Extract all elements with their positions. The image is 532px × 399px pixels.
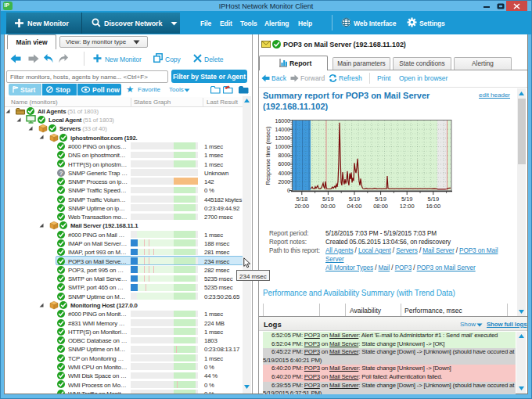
- svg-text:12:00: 12:00: [400, 203, 415, 210]
- svg-text:5/19: 5/19: [349, 196, 361, 203]
- svg-text:2000: 2000: [278, 179, 290, 185]
- svg-text:5/18: 5/18: [296, 196, 307, 203]
- svg-text:6000: 6000: [278, 161, 290, 167]
- svg-text:16000: 16000: [275, 118, 291, 124]
- svg-text:5/19: 5/19: [375, 196, 386, 203]
- svg-text:5/19: 5/19: [401, 196, 413, 203]
- svg-text:Response time (msec): Response time (msec): [264, 126, 271, 185]
- svg-text:8000: 8000: [278, 153, 290, 158]
- svg-text:20:00: 20:00: [294, 203, 309, 210]
- svg-text:?: ?: [59, 169, 63, 176]
- svg-text:00:00: 00:00: [321, 203, 336, 210]
- svg-text:12000: 12000: [275, 135, 291, 141]
- svg-text:08:00: 08:00: [373, 203, 388, 210]
- svg-text:14000: 14000: [275, 127, 291, 132]
- svg-text:10000: 10000: [275, 144, 291, 149]
- svg-text:5/19: 5/19: [322, 196, 334, 203]
- svg-text:4000: 4000: [278, 171, 290, 176]
- svg-text:5/19: 5/19: [427, 196, 439, 203]
- svg-text:16:00: 16:00: [426, 203, 440, 210]
- svg-text:04:00: 04:00: [347, 203, 362, 210]
